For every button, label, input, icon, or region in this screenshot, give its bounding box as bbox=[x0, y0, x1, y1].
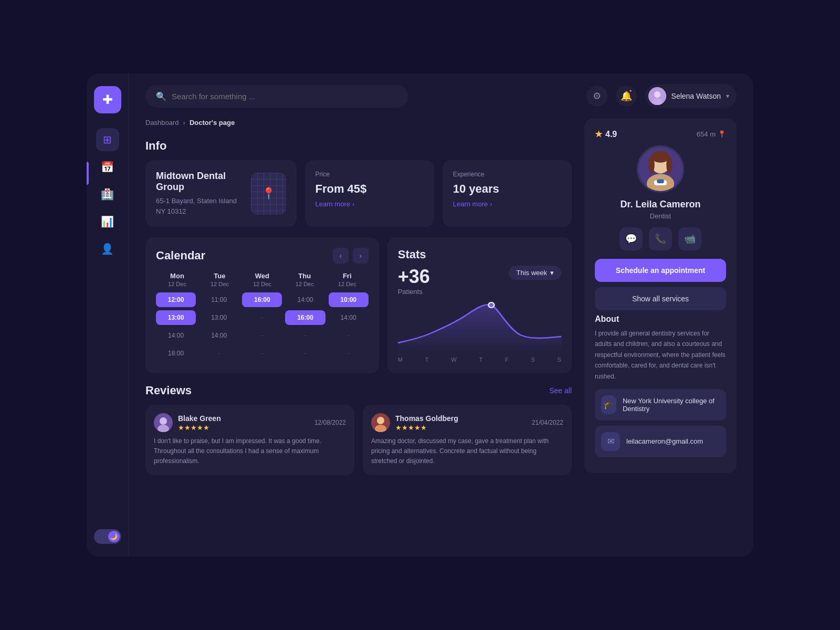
slot-mon-1[interactable]: 12:00 bbox=[156, 292, 196, 307]
dark-mode-toggle[interactable]: 🌙 bbox=[94, 529, 121, 544]
experience-value: 10 years bbox=[453, 182, 561, 196]
week-selector[interactable]: This week ▾ bbox=[509, 266, 561, 280]
review-top-1: Blake Green ★★★★★ 12/08/2022 bbox=[154, 413, 346, 432]
slot-mon-4[interactable]: 18:00 bbox=[156, 346, 196, 361]
slot-tue-1[interactable]: 11:00 bbox=[199, 292, 239, 307]
doctor-specialty: Dentist bbox=[650, 212, 671, 220]
review-text-2: Amazing doctor, discussed my case, gave … bbox=[371, 436, 563, 467]
active-indicator bbox=[87, 162, 89, 185]
sidebar-item-dashboard[interactable]: ⊞ bbox=[96, 128, 119, 151]
calendar-prev[interactable]: ‹ bbox=[333, 248, 349, 264]
slot-fri-4: - bbox=[329, 346, 369, 361]
stats-label: Patients bbox=[398, 288, 430, 296]
rating-badge: ★ 4.9 bbox=[595, 129, 617, 139]
right-panel: ★ 4.9 654 m 📍 bbox=[584, 119, 737, 544]
svg-point-15 bbox=[666, 156, 672, 174]
schedule-appointment-button[interactable]: Schedule an appointment bbox=[595, 259, 726, 282]
sidebar-item-clinic[interactable]: 🏥 bbox=[96, 183, 119, 206]
experience-card: Experience 10 years Learn more › bbox=[443, 160, 572, 227]
sidebar-item-stats[interactable]: 📊 bbox=[96, 210, 119, 233]
slot-fri-2[interactable]: 14:00 bbox=[329, 310, 369, 325]
see-all-link[interactable]: See all bbox=[549, 386, 572, 395]
email-icon: ✉ bbox=[601, 432, 620, 451]
slot-fri-1[interactable]: 10:00 bbox=[329, 292, 369, 307]
svg-rect-17 bbox=[657, 180, 664, 183]
breadcrumb-parent: Dashboard bbox=[145, 119, 179, 127]
review-top-2: Thomas Goldberg ★★★★★ 21/04/2022 bbox=[371, 413, 563, 432]
slot-mon-3[interactable]: 14:00 bbox=[156, 328, 196, 343]
doctor-card-top: ★ 4.9 654 m 📍 bbox=[595, 129, 726, 139]
slot-thu-3: - bbox=[285, 328, 325, 343]
notifications-button[interactable]: 🔔 bbox=[616, 86, 637, 107]
search-input[interactable] bbox=[172, 92, 397, 101]
review-text-1: I don't like to praise, but I am impress… bbox=[154, 436, 346, 467]
header-actions: ⚙ 🔔 Selena Watson ▾ bbox=[586, 84, 737, 108]
slot-tue-4: - bbox=[199, 346, 239, 361]
reviewer-avatar-2 bbox=[371, 413, 390, 432]
slot-tue-3[interactable]: 14:00 bbox=[199, 328, 239, 343]
price-learn-more[interactable]: Learn more › bbox=[316, 200, 424, 208]
calendar-next[interactable]: › bbox=[353, 248, 369, 264]
search-box[interactable]: 🔍 bbox=[145, 85, 408, 108]
chart-area bbox=[398, 301, 561, 353]
slot-thu-1[interactable]: 14:00 bbox=[285, 292, 325, 307]
svg-point-8 bbox=[377, 417, 384, 424]
settings-button[interactable]: ⚙ bbox=[586, 86, 607, 107]
price-label: Price bbox=[316, 171, 424, 178]
university-row: 🎓 New York University college of Dentist… bbox=[595, 389, 726, 421]
about-title: About bbox=[595, 314, 726, 324]
reviews-title: Reviews bbox=[145, 384, 192, 397]
about-text: I provide all general dentistry services… bbox=[595, 328, 726, 382]
middle-row: Calendar ‹ › Mon12 Dec Tue12 Dec Wed12 D… bbox=[145, 237, 572, 373]
calendar-title: Calendar bbox=[156, 249, 205, 262]
app-logo[interactable]: ✚ bbox=[94, 86, 121, 113]
map-thumbnail: 📍 bbox=[251, 173, 286, 215]
page-body: Dashboard › Doctor's page Info Midtown D… bbox=[129, 119, 753, 556]
email-address: leilacameron@gmail.com bbox=[626, 437, 703, 445]
slot-thu-2[interactable]: 16:00 bbox=[285, 310, 325, 325]
review-date-2: 21/04/2022 bbox=[532, 419, 563, 426]
show-services-button[interactable]: Show all services bbox=[595, 287, 726, 310]
slot-mon-2[interactable]: 13:00 bbox=[156, 310, 196, 325]
doctor-card: ★ 4.9 654 m 📍 bbox=[584, 119, 737, 473]
reviewer-avatar-1 bbox=[154, 413, 173, 432]
video-button[interactable]: 📹 bbox=[678, 227, 701, 250]
stats-title: Stats bbox=[398, 248, 561, 261]
reviewer-info-1: Blake Green ★★★★★ bbox=[154, 413, 221, 432]
review-card-2: Thomas Goldberg ★★★★★ 21/04/2022 Amazing… bbox=[363, 405, 572, 475]
doctor-name: Dr. Leila Cameron bbox=[620, 199, 700, 210]
search-icon: 🔍 bbox=[156, 91, 166, 101]
chart-labels: MTWTFSS bbox=[398, 356, 561, 363]
avatar bbox=[648, 87, 666, 105]
calendar-section: Calendar ‹ › Mon12 Dec Tue12 Dec Wed12 D… bbox=[145, 237, 379, 373]
user-name: Selena Watson bbox=[671, 92, 721, 100]
slot-wed-1[interactable]: 16:00 bbox=[242, 292, 282, 307]
svg-point-5 bbox=[160, 417, 167, 425]
chevron-down-icon: ▾ bbox=[726, 92, 729, 100]
user-menu[interactable]: Selena Watson ▾ bbox=[645, 84, 737, 108]
slot-tue-2[interactable]: 13:00 bbox=[199, 310, 239, 325]
call-button[interactable]: 📞 bbox=[649, 227, 672, 250]
reviews-header: Reviews See all bbox=[145, 384, 572, 397]
review-date-1: 12/08/2022 bbox=[314, 419, 346, 426]
main-content: 🔍 ⚙ 🔔 bbox=[129, 74, 753, 556]
breadcrumb-separator: › bbox=[183, 119, 185, 127]
price-value: From 45$ bbox=[316, 182, 424, 196]
message-button[interactable]: 💬 bbox=[620, 227, 643, 250]
day-mon: Mon bbox=[156, 272, 198, 280]
sidebar-item-profile[interactable]: 👤 bbox=[96, 237, 119, 260]
clinic-card: Midtown Dental Group 65-1 Bayard, Staten… bbox=[145, 160, 297, 227]
left-panel: Dashboard › Doctor's page Info Midtown D… bbox=[145, 119, 572, 544]
day-tue: Tue bbox=[198, 272, 241, 280]
info-cards: Midtown Dental Group 65-1 Bayard, Staten… bbox=[145, 160, 572, 227]
about-section: About I provide all general dentistry se… bbox=[595, 314, 726, 463]
notification-dot bbox=[628, 89, 633, 93]
slot-thu-4: - bbox=[285, 346, 325, 361]
distance-value: 654 m bbox=[697, 130, 716, 138]
sidebar-item-calendar[interactable]: 📅 bbox=[96, 155, 119, 178]
stats-header: +36 Patients This week ▾ bbox=[398, 266, 561, 296]
doctor-avatar bbox=[637, 145, 684, 193]
experience-learn-more[interactable]: Learn more › bbox=[453, 200, 561, 208]
reviewer-name-2: Thomas Goldberg bbox=[395, 414, 458, 423]
slot-wed-4: - bbox=[242, 346, 282, 361]
